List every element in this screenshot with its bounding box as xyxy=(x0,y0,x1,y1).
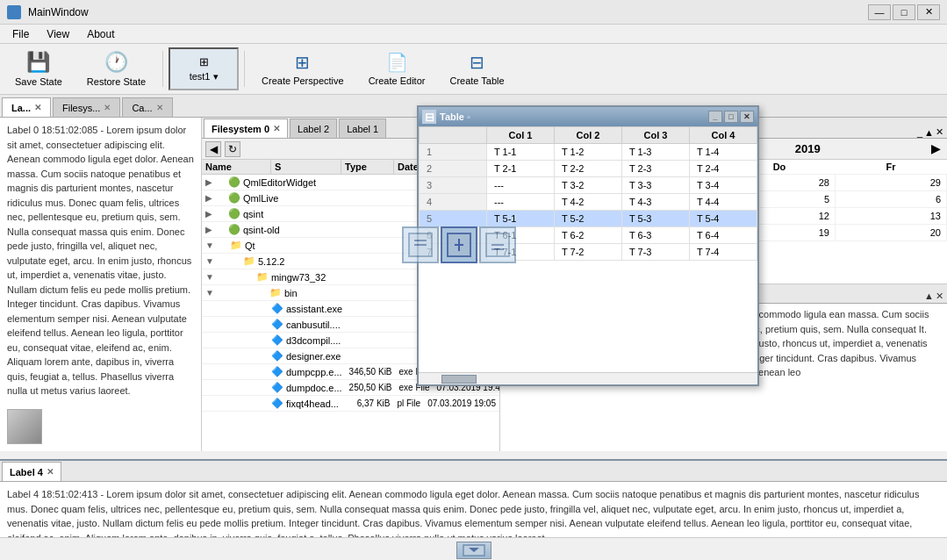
create-editor-button[interactable]: 📄 Create Editor xyxy=(357,47,437,90)
tab-label1[interactable]: Label 1 xyxy=(339,118,386,138)
table-cell[interactable]: T 7-4 xyxy=(690,244,757,261)
back-button[interactable]: ◀ xyxy=(205,141,221,157)
test1-dropdown[interactable]: ⊞ test1 ▾ xyxy=(169,47,239,90)
table-cell[interactable]: T 6-2 xyxy=(555,227,622,244)
table-cell[interactable]: T 6-4 xyxy=(690,227,757,244)
minimize-button[interactable]: — xyxy=(868,4,891,20)
table-cell[interactable]: T 2-3 xyxy=(622,161,690,177)
table-row[interactable]: 4---T 4-2T 4-3T 4-4 xyxy=(420,194,757,211)
file-row[interactable]: 🔷 fixqt4head... 6,37 KiB pl File 07.03.2… xyxy=(202,396,499,412)
cal-day[interactable]: 13 xyxy=(836,208,947,225)
table-cell[interactable]: T 1-3 xyxy=(622,144,690,161)
tab-label4-close[interactable]: ✕ xyxy=(47,467,54,477)
file-icon: 📁 xyxy=(243,255,255,267)
tab-filesys-close[interactable]: ✕ xyxy=(104,103,111,112)
file-icon: 🔷 xyxy=(271,350,283,362)
file-icon: 🟢 xyxy=(228,208,240,219)
table-window-icon: ⊟ xyxy=(422,110,436,124)
tab-filesys[interactable]: Filesys... ✕ xyxy=(53,97,120,117)
save-state-button[interactable]: 💾 Save State xyxy=(4,47,74,90)
table-cell[interactable]: T 2-4 xyxy=(690,161,757,177)
file-icon: 🔷 xyxy=(271,398,283,409)
create-table-icon: ⊟ xyxy=(470,52,484,73)
table-cell[interactable]: T 1-1 xyxy=(487,144,555,161)
table-row[interactable]: 3---T 3-2T 3-3T 3-4 xyxy=(420,177,757,194)
table-cell[interactable]: T 3-2 xyxy=(555,177,622,194)
table-row[interactable]: 1T 1-1T 1-2T 1-3T 1-4 xyxy=(420,144,757,161)
save-icon: 💾 xyxy=(26,51,50,74)
table-cell[interactable]: T 3-3 xyxy=(622,177,690,194)
table-cell[interactable]: T 5-2 xyxy=(555,211,622,227)
table-cell[interactable]: --- xyxy=(487,194,555,211)
drag-handle-center[interactable] xyxy=(441,226,477,263)
table-cell[interactable]: T 5-1 xyxy=(487,211,555,227)
table-cell[interactable]: T 4-3 xyxy=(622,194,690,211)
bottom-toolbar-btn[interactable] xyxy=(456,542,491,559)
refresh-button[interactable]: ↻ xyxy=(225,141,240,157)
right-sub-max[interactable]: ▲ xyxy=(924,289,934,304)
drag-handle-left[interactable] xyxy=(402,226,439,263)
table-cell[interactable]: T 7-2 xyxy=(555,244,622,261)
calendar-maximize[interactable]: ▲ xyxy=(924,127,934,138)
test1-label: test1 ▾ xyxy=(190,71,219,83)
tab-ca[interactable]: Ca... ✕ xyxy=(122,97,172,117)
create-editor-icon: 📄 xyxy=(386,52,408,73)
restore-state-button[interactable]: 🕐 Restore State xyxy=(75,47,157,90)
tab-la[interactable]: La... ✕ xyxy=(2,97,51,117)
table-row[interactable]: 5T 5-1T 5-2T 5-3T 5-4 xyxy=(420,211,757,227)
cal-day[interactable]: 20 xyxy=(836,225,947,241)
close-button[interactable]: ✕ xyxy=(917,4,940,20)
file-icon: 🟢 xyxy=(228,192,240,204)
app-title: MainWindow xyxy=(28,6,89,18)
table-cell[interactable]: T 6-3 xyxy=(622,227,690,244)
table-row[interactable]: 2T 2-1T 2-2T 2-3T 2-4 xyxy=(420,161,757,177)
table-cell[interactable]: --- xyxy=(487,177,555,194)
table-cell[interactable]: T 7-3 xyxy=(622,244,690,261)
next-month[interactable]: ▶ xyxy=(931,142,940,155)
table-cell[interactable]: T 2-1 xyxy=(487,161,555,177)
table-row-num: 5 xyxy=(420,211,487,227)
calendar-year: 2019 xyxy=(795,142,821,155)
bottom-panel: Label 4 ✕ Label 4 18:51:02:413 - Lorem i… xyxy=(0,459,947,560)
tab-filesystem0-close[interactable]: ✕ xyxy=(273,124,280,133)
tab-label2-label: Label 2 xyxy=(298,124,329,134)
tab-filesystem0[interactable]: Filesystem 0 ✕ xyxy=(204,118,288,138)
table-cell[interactable]: T 4-4 xyxy=(690,194,757,211)
bottom-toolbar xyxy=(0,537,947,560)
menu-about[interactable]: About xyxy=(78,26,123,42)
left-panel: Label 0 18:51:02:085 - Lorem ipsum dolor… xyxy=(0,118,202,451)
table-cell[interactable]: T 1-4 xyxy=(690,144,757,161)
drag-handle-right[interactable] xyxy=(479,226,516,263)
file-icon: 🟢 xyxy=(228,176,240,188)
h-scroll-thumb[interactable] xyxy=(441,375,477,384)
tab-label4-label: Label 4 xyxy=(10,467,43,477)
create-perspective-button[interactable]: ⊞ Create Perspective xyxy=(250,47,355,90)
table-maximize[interactable]: □ xyxy=(724,111,738,123)
menu-view[interactable]: View xyxy=(38,26,78,42)
table-minimize[interactable]: _ xyxy=(708,111,722,123)
tab-label2[interactable]: Label 2 xyxy=(290,118,337,138)
menu-file[interactable]: File xyxy=(4,26,38,42)
calendar-minimize[interactable]: _ xyxy=(917,127,922,138)
table-cell[interactable]: T 4-2 xyxy=(555,194,622,211)
title-bar: MainWindow — □ ✕ xyxy=(0,0,947,25)
table-cell[interactable]: T 5-3 xyxy=(622,211,690,227)
table-close[interactable]: ✕ xyxy=(740,111,754,123)
right-sub-close[interactable]: ✕ xyxy=(936,289,943,304)
table-window-titlebar: ⊟ Table ◦ _ □ ✕ xyxy=(419,107,757,126)
tab-la-close[interactable]: ✕ xyxy=(34,103,41,112)
cal-day[interactable]: 6 xyxy=(836,191,947,208)
create-table-button[interactable]: ⊟ Create Table xyxy=(438,47,515,90)
table-cell[interactable]: T 1-2 xyxy=(555,144,622,161)
maximize-button[interactable]: □ xyxy=(893,4,915,20)
table-cell[interactable]: T 3-4 xyxy=(690,177,757,194)
table-cell[interactable]: T 5-4 xyxy=(690,211,757,227)
tab-ca-close[interactable]: ✕ xyxy=(156,103,163,112)
tab-label4[interactable]: Label 4 ✕ xyxy=(2,462,61,481)
calendar-close[interactable]: ✕ xyxy=(936,126,943,138)
table-horizontal-scrollbar[interactable] xyxy=(419,372,757,384)
table-row-num: 3 xyxy=(420,177,487,194)
table-cell[interactable]: T 2-2 xyxy=(555,161,622,177)
cal-day[interactable]: 29 xyxy=(836,175,947,191)
file-icon: 🔷 xyxy=(271,366,283,377)
